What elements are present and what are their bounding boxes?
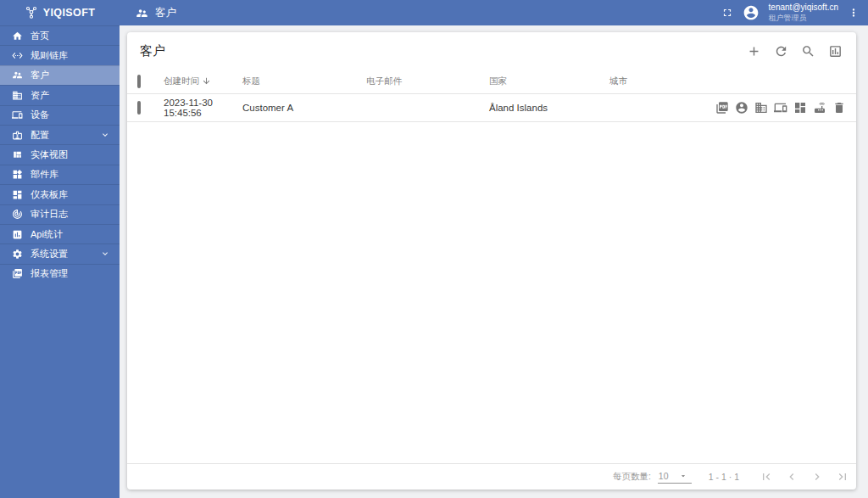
sort-desc-arrow-icon[interactable] <box>202 76 211 86</box>
page-range-label: 1 - 1 · 1 <box>709 472 739 482</box>
last-page-icon <box>836 470 849 484</box>
sidebar-item-system-settings[interactable]: 系统设置 <box>0 243 120 263</box>
card-title: 客户 <box>140 43 165 59</box>
sidebar-item-assets[interactable]: 资产 <box>0 85 120 104</box>
customers-icon <box>12 70 23 81</box>
manage-customer-dashboards-button[interactable] <box>793 101 807 115</box>
dropdown-caret-icon <box>679 472 687 480</box>
column-header-country[interactable]: 国家 <box>489 76 609 87</box>
chevron-down-icon[interactable] <box>100 249 110 259</box>
sidebar-item-reports[interactable]: 报表管理 <box>0 264 120 283</box>
customer-report-button[interactable] <box>715 101 729 115</box>
sidebar-item-customers[interactable]: 客户 <box>0 65 120 85</box>
refresh-icon <box>774 44 788 59</box>
table-header-row: 创建时间 标题 电子邮件 国家 城市 <box>127 69 856 94</box>
card-header: 客户 <box>127 32 856 69</box>
app-window: YIQISOFT 首页 规则链库 客户 资产 设备 <box>0 0 868 498</box>
chevron-down-icon[interactable] <box>100 130 110 140</box>
sidebar-item-profiles[interactable]: 配置 <box>0 125 120 144</box>
select-all-checkbox[interactable] <box>137 75 141 88</box>
trash-icon <box>832 101 846 115</box>
refresh-button[interactable] <box>774 44 788 59</box>
table-row[interactable]: 2023-11-30 15:45:56 Customer A Åland Isl… <box>127 94 856 122</box>
next-page-button[interactable] <box>810 470 824 484</box>
sidebar-item-label: 仪表板库 <box>31 188 68 201</box>
topbar: 客户 tenant@yiqisoft.cn 租户管理员 <box>120 0 868 25</box>
reports-icon <box>12 268 23 279</box>
api-usage-icon <box>12 229 23 240</box>
cell-country: Åland Islands <box>489 103 609 113</box>
report-pdf-icon <box>715 101 729 115</box>
sidebar-item-label: 首页 <box>31 30 49 42</box>
devices-icon <box>774 101 787 115</box>
home-icon <box>12 31 23 42</box>
sidebar-item-home[interactable]: 首页 <box>0 25 120 45</box>
breadcrumb-title: 客户 <box>155 6 176 20</box>
pagination-nav <box>760 470 849 484</box>
add-icon <box>747 44 761 59</box>
building-icon <box>754 101 768 115</box>
first-page-button[interactable] <box>760 470 773 484</box>
sidebar-item-label: 设备 <box>31 109 49 121</box>
manage-customer-devices-button[interactable] <box>774 101 787 115</box>
more-vert-icon <box>848 7 860 19</box>
main-area: 客户 tenant@yiqisoft.cn 租户管理员 <box>120 0 868 498</box>
column-header-title[interactable]: 标题 <box>242 76 366 87</box>
delete-customer-button[interactable] <box>832 101 846 115</box>
chevron-left-icon <box>785 470 798 484</box>
sidebar-item-dashboards[interactable]: 仪表板库 <box>0 184 120 204</box>
column-header-created-time[interactable]: 创建时间 <box>164 76 199 87</box>
router-icon <box>813 101 826 115</box>
user-email: tenant@yiqisoft.cn <box>769 3 838 14</box>
brand-name: YIQISOFT <box>43 7 96 19</box>
card-toolbar <box>747 44 843 59</box>
manage-customer-assets-button[interactable] <box>754 101 768 115</box>
sidebar-item-label: 审计日志 <box>31 208 68 221</box>
manage-customer-users-button[interactable] <box>735 101 748 115</box>
sidebar-item-label: 配置 <box>31 129 49 142</box>
user-circle-icon <box>735 101 748 115</box>
user-menu-button[interactable] <box>848 7 860 19</box>
user-avatar[interactable] <box>743 4 760 21</box>
audit-logs-icon <box>12 209 23 220</box>
brand-logo[interactable]: YIQISOFT <box>0 0 120 25</box>
rule-chain-icon <box>12 50 23 61</box>
sidebar-nav: 首页 规则链库 客户 资产 设备 配置 <box>0 25 120 283</box>
account-circle-icon <box>743 4 760 21</box>
sidebar-item-audit-logs[interactable]: 审计日志 <box>0 204 120 224</box>
table-empty-space <box>127 122 856 463</box>
row-actions <box>703 101 846 115</box>
sidebar: YIQISOFT 首页 规则链库 客户 资产 设备 <box>0 0 120 498</box>
sidebar-item-entity-views[interactable]: 实体视图 <box>0 144 120 164</box>
manage-customer-edges-button[interactable] <box>813 101 826 115</box>
yiqisoft-molecule-icon <box>25 6 38 20</box>
page-size-label: 每页数量: <box>613 471 651 483</box>
settings-icon <box>12 249 23 260</box>
user-info[interactable]: tenant@yiqisoft.cn 租户管理员 <box>769 3 838 23</box>
entity-views-icon <box>12 149 23 160</box>
search-button[interactable] <box>801 44 815 59</box>
last-page-button[interactable] <box>836 470 849 484</box>
sidebar-item-label: 实体视图 <box>31 148 68 161</box>
edit-columns-button[interactable] <box>828 44 843 59</box>
fullscreen-icon <box>721 7 733 19</box>
profiles-icon <box>12 130 23 141</box>
first-page-icon <box>760 470 773 484</box>
columns-icon <box>828 44 843 59</box>
paginator: 每页数量: 10 1 - 1 · 1 <box>127 463 856 490</box>
fullscreen-button[interactable] <box>721 7 733 19</box>
previous-page-button[interactable] <box>785 470 798 484</box>
add-customer-button[interactable] <box>747 44 761 59</box>
sidebar-item-label: Api统计 <box>31 228 63 241</box>
sidebar-item-widgets[interactable]: 部件库 <box>0 165 120 184</box>
content-area: 客户 <box>120 25 868 498</box>
sidebar-item-label: 客户 <box>31 69 49 81</box>
column-header-city[interactable]: 城市 <box>609 76 703 87</box>
sidebar-item-label: 规则链库 <box>31 49 68 62</box>
sidebar-item-devices[interactable]: 设备 <box>0 105 120 125</box>
row-checkbox[interactable] <box>137 101 141 115</box>
page-size-select[interactable]: 10 <box>658 471 692 484</box>
sidebar-item-api-usage[interactable]: Api统计 <box>0 224 120 243</box>
column-header-email[interactable]: 电子邮件 <box>366 76 489 87</box>
sidebar-item-rule-chains[interactable]: 规则链库 <box>0 45 120 64</box>
